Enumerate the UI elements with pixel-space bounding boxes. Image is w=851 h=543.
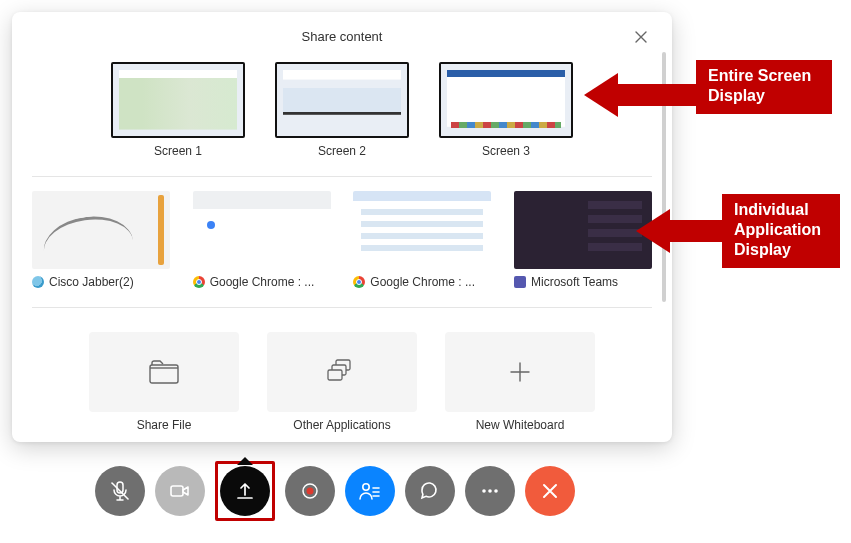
callout-arrow-body [670, 220, 722, 242]
popover-notch [237, 457, 253, 465]
app-thumbnail [32, 191, 170, 269]
people-icon [358, 480, 382, 502]
ellipsis-icon [479, 480, 501, 502]
app-caption: Google Chrome : ... [193, 275, 331, 289]
screen-thumbnail [111, 62, 245, 138]
chrome-icon [353, 276, 365, 288]
share-button-highlight [215, 461, 275, 521]
app-label: Cisco Jabber(2) [49, 275, 134, 289]
mute-button[interactable] [95, 466, 145, 516]
app-caption: Cisco Jabber(2) [32, 275, 170, 289]
plus-icon [508, 360, 532, 384]
screen-option-2[interactable]: Screen 2 [275, 62, 409, 158]
svg-point-7 [307, 488, 314, 495]
app-caption: Google Chrome : ... [353, 275, 491, 289]
divider [32, 176, 652, 177]
callout-text: Entire Screen Display [708, 67, 811, 104]
end-call-button[interactable] [525, 466, 575, 516]
app-option-chrome-2[interactable]: Google Chrome : ... [353, 191, 491, 289]
svg-point-11 [494, 489, 498, 493]
app-thumbnail [514, 191, 652, 269]
action-label: New Whiteboard [445, 418, 595, 432]
folder-icon [149, 360, 179, 384]
share-content-button[interactable] [220, 466, 270, 516]
share-file-card[interactable]: Share File [89, 332, 239, 432]
screen-thumbnail [439, 62, 573, 138]
app-option-teams[interactable]: Microsoft Teams [514, 191, 652, 289]
actions-row: Share File Other Applications New Whiteb… [32, 332, 652, 432]
screen-label: Screen 2 [275, 144, 409, 158]
callout-arrow-head [584, 73, 618, 117]
app-thumbnail [193, 191, 331, 269]
other-applications-card[interactable]: Other Applications [267, 332, 417, 432]
chat-icon [419, 480, 441, 502]
screens-row: Screen 1 Screen 2 Screen 3 [32, 62, 652, 158]
chat-button[interactable] [405, 466, 455, 516]
app-label: Microsoft Teams [531, 275, 618, 289]
participants-button[interactable] [345, 466, 395, 516]
screen-option-1[interactable]: Screen 1 [111, 62, 245, 158]
action-label: Other Applications [267, 418, 417, 432]
windows-stack-icon [327, 359, 357, 385]
share-content-panel: Share content Screen 1 Screen 2 Screen 3… [12, 12, 672, 442]
callout-arrow-body [618, 84, 696, 106]
app-option-cisco-jabber[interactable]: Cisco Jabber(2) [32, 191, 170, 289]
jabber-icon [32, 276, 44, 288]
teams-icon [514, 276, 526, 288]
action-label: Share File [89, 418, 239, 432]
screen-thumbnail [275, 62, 409, 138]
panel-title: Share content [302, 29, 383, 44]
callout-arrow-head [636, 209, 670, 253]
svg-point-8 [363, 484, 369, 490]
mic-off-icon [109, 480, 131, 502]
screen-label: Screen 3 [439, 144, 573, 158]
more-options-button[interactable] [465, 466, 515, 516]
svg-point-9 [482, 489, 486, 493]
applications-row: Cisco Jabber(2) Google Chrome : ... Goog… [32, 191, 652, 289]
divider [32, 307, 652, 308]
callout-text: Individual Application Display [734, 201, 821, 258]
video-icon [169, 480, 191, 502]
app-label: Google Chrome : ... [370, 275, 475, 289]
share-up-icon [234, 480, 256, 502]
screen-option-3[interactable]: Screen 3 [439, 62, 573, 158]
app-caption: Microsoft Teams [514, 275, 652, 289]
call-toolbar [95, 461, 575, 521]
video-button[interactable] [155, 466, 205, 516]
screen-label: Screen 1 [111, 144, 245, 158]
new-whiteboard-card[interactable]: New Whiteboard [445, 332, 595, 432]
record-button[interactable] [285, 466, 335, 516]
app-label: Google Chrome : ... [210, 275, 315, 289]
record-icon [299, 480, 321, 502]
panel-header: Share content [32, 22, 652, 52]
app-thumbnail [353, 191, 491, 269]
svg-rect-5 [171, 486, 183, 496]
svg-rect-3 [328, 370, 342, 380]
svg-point-10 [488, 489, 492, 493]
app-option-chrome-1[interactable]: Google Chrome : ... [193, 191, 331, 289]
callout-individual-app: Individual Application Display [722, 194, 840, 268]
callout-entire-screen: Entire Screen Display [696, 60, 832, 114]
close-button[interactable] [630, 26, 652, 48]
close-icon [635, 31, 647, 43]
close-icon [541, 482, 559, 500]
chrome-icon [193, 276, 205, 288]
